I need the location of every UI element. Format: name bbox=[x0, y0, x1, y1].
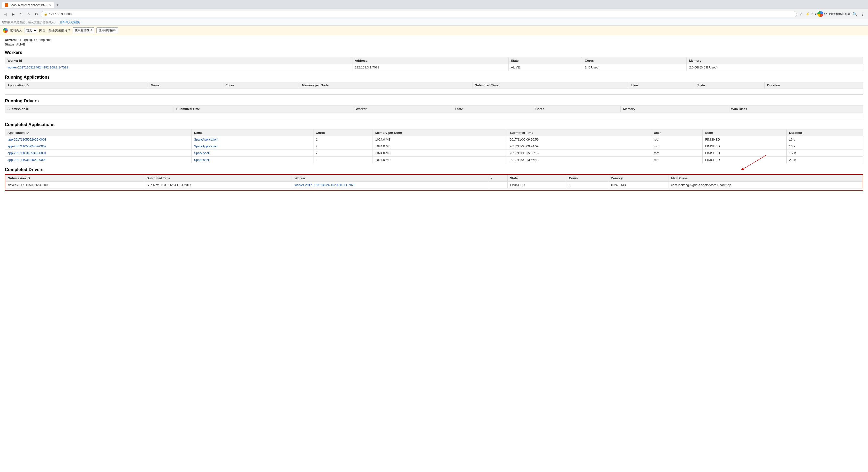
ca-submitted-cell: 2017/11/05 09:24:59 bbox=[507, 143, 651, 150]
bookmarks-empty-text: 您的收藏夹是空的，请从其他浏览器导入。 bbox=[2, 21, 57, 24]
ca-memory-cell: 1024.0 MB bbox=[373, 157, 507, 163]
home-button[interactable]: ⌂ bbox=[25, 11, 32, 18]
table-row: worker-20171103134624-192.168.3.1-7078 1… bbox=[5, 64, 863, 71]
ca-col-memory: Memory per Node bbox=[373, 129, 507, 136]
completed-drivers-highlight-box: Submission ID Submitted Time Worker • St… bbox=[5, 174, 863, 191]
cd-col-memory: Memory bbox=[608, 175, 669, 182]
ca-state-cell: FINISHED bbox=[703, 143, 787, 150]
address-bar[interactable]: 🔒 192.168.3.1:8080 bbox=[41, 11, 797, 17]
ca-col-duration: Duration bbox=[786, 129, 863, 136]
ra-col-submitted: Submitted Time bbox=[472, 82, 629, 89]
new-tab-button[interactable]: + bbox=[54, 2, 61, 9]
ca-id-link[interactable]: app-20171105092459-0002 bbox=[7, 145, 46, 148]
cd-id-cell: driver-20171105092654-0000 bbox=[6, 182, 144, 188]
nav-bar: ◀ ▶ ↻ ⌂ ↺ 🔒 192.168.3.1:8080 ☆ ⚡ ☆ ▾ 双11… bbox=[0, 9, 868, 19]
running-apps-heading: Running Applications bbox=[5, 75, 863, 80]
rd-col-memory: Memory bbox=[621, 106, 728, 113]
language-select[interactable]: 英文 bbox=[24, 28, 37, 33]
ca-submitted-cell: 2017/11/05 09:26:59 bbox=[507, 136, 651, 143]
rd-col-worker: Worker bbox=[353, 106, 453, 113]
active-tab[interactable]: Spark Master at spark://192... ✕ bbox=[2, 2, 54, 8]
history-button[interactable]: ↺ bbox=[33, 11, 40, 18]
cd-cores-cell: 1 bbox=[566, 182, 608, 188]
youdao-translate-button[interactable]: 使用有道翻译 bbox=[73, 27, 94, 33]
running-apps-table: Application ID Name Cores Memory per Nod… bbox=[5, 82, 863, 95]
google-logo bbox=[817, 11, 823, 17]
tab-close-button[interactable]: ✕ bbox=[49, 4, 51, 7]
ra-col-id: Application ID bbox=[5, 82, 148, 89]
promo-text: 双11每天两场红包雨 bbox=[824, 12, 850, 16]
google-translate-button[interactable]: 使用谷歌翻译 bbox=[96, 27, 118, 33]
ca-col-id: Application ID bbox=[5, 129, 192, 136]
search-button[interactable]: 🔍 bbox=[851, 11, 858, 18]
translation-google-logo bbox=[3, 28, 8, 33]
ra-col-memory: Memory per Node bbox=[300, 82, 472, 89]
ca-name-link[interactable]: SparkApplication bbox=[194, 145, 218, 148]
forward-button[interactable]: ▶ bbox=[10, 11, 17, 18]
translation-bar: 此网页为 英文 网页，是否需要翻译？ 使用有道翻译 使用谷歌翻译 bbox=[0, 26, 868, 35]
rd-col-cores: Cores bbox=[533, 106, 621, 113]
empty-cell bbox=[5, 89, 863, 95]
ca-user-cell: root bbox=[651, 150, 703, 157]
cd-memory-cell: 1024.0 MB bbox=[608, 182, 669, 188]
menu-button[interactable]: ⋮ bbox=[859, 11, 866, 18]
address-text: 192.168.3.1:8080 bbox=[49, 12, 794, 16]
dropdown-icon[interactable]: ▾ bbox=[815, 12, 816, 16]
security-icon: 🔒 bbox=[44, 12, 48, 16]
bookmarks-import-link[interactable]: 立即导入收藏夹... bbox=[60, 21, 82, 24]
cd-submitted-cell: Sun Nov 05 09:26:54 CST 2017 bbox=[144, 182, 292, 188]
cd-col-cores: Cores bbox=[566, 175, 608, 182]
ca-id-link[interactable]: app-20171103155318-0001 bbox=[7, 151, 46, 155]
rd-col-mainclass: Main Class bbox=[728, 106, 863, 113]
workers-heading: Workers bbox=[5, 50, 863, 55]
ra-col-user: User bbox=[629, 82, 695, 89]
back-button[interactable]: ◀ bbox=[2, 11, 9, 18]
ca-id-link[interactable]: app-20171105092659-0003 bbox=[7, 138, 46, 141]
table-row: driver-20171105092654-0000 Sun Nov 05 09… bbox=[6, 182, 863, 188]
workers-col-memory: Memory bbox=[687, 57, 863, 64]
ca-cores-cell: 1 bbox=[313, 136, 373, 143]
ca-name-cell: Spark shell bbox=[191, 150, 313, 157]
ca-memory-cell: 1024.0 MB bbox=[373, 143, 507, 150]
cd-mainclass-cell: com.ibeifeng.bigdata.senior.core.SparkAp… bbox=[669, 182, 862, 188]
rd-col-submitted: Submitted Time bbox=[174, 106, 353, 113]
lightning-icon: ⚡ bbox=[806, 12, 810, 16]
drivers-count: 0 Running, 1 Completed bbox=[18, 38, 52, 42]
worker-id-cell: worker-20171103134624-192.168.3.1-7078 bbox=[5, 64, 352, 71]
ra-col-duration: Duration bbox=[765, 82, 863, 89]
ca-submitted-cell: 2017/11/03 15:53:18 bbox=[507, 150, 651, 157]
ca-duration-cell: 16 s bbox=[786, 143, 863, 150]
translation-prefix: 此网页为 bbox=[10, 28, 22, 33]
ca-duration-cell: 1.7 h bbox=[786, 150, 863, 157]
cd-col-id: Submission ID bbox=[6, 175, 144, 182]
ca-duration-cell: 16 s bbox=[786, 136, 863, 143]
ca-user-cell: root bbox=[651, 157, 703, 163]
ca-submitted-cell: 2017/11/03 13:46:48 bbox=[507, 157, 651, 163]
ca-name-link[interactable]: SparkApplication bbox=[194, 138, 218, 141]
workers-col-id: Worker Id bbox=[5, 57, 352, 64]
worker-id-link[interactable]: worker-20171103134624-192.168.3.1-7078 bbox=[7, 66, 68, 69]
ra-col-cores: Cores bbox=[223, 82, 300, 89]
workers-col-address: Address bbox=[352, 57, 508, 64]
running-drivers-table: Submission ID Submitted Time Worker Stat… bbox=[5, 105, 863, 118]
cd-col-state: • bbox=[488, 175, 507, 182]
empty-cell bbox=[5, 113, 863, 118]
ca-name-link[interactable]: Spark shell bbox=[194, 151, 210, 155]
ca-duration-cell: 2.0 h bbox=[786, 157, 863, 163]
star-icon: ☆ bbox=[811, 12, 814, 16]
status-value: ALIVE bbox=[16, 42, 25, 46]
cd-state-cell: FINISHED bbox=[507, 182, 566, 188]
ca-name-link[interactable]: Spark shell bbox=[194, 158, 210, 162]
ca-id-link[interactable]: app-20171103134648-0000 bbox=[7, 158, 46, 162]
bookmark-button[interactable]: ☆ bbox=[798, 11, 805, 18]
annotation-arrow bbox=[723, 153, 771, 172]
ra-col-state: State bbox=[695, 82, 765, 89]
svg-line-0 bbox=[742, 155, 766, 169]
workers-col-state: State bbox=[508, 57, 582, 64]
cd-col-mainclass: Main Class bbox=[669, 175, 862, 182]
cd-worker-link[interactable]: worker-20171103134624-192.168.3.1-7078 bbox=[294, 183, 355, 187]
ca-name-cell: SparkApplication bbox=[191, 143, 313, 150]
reload-button[interactable]: ↻ bbox=[18, 11, 24, 18]
tab-title: Spark Master at spark://192... bbox=[10, 3, 48, 7]
bookmarks-bar: 您的收藏夹是空的，请从其他浏览器导入。 立即导入收藏夹... bbox=[0, 19, 868, 26]
